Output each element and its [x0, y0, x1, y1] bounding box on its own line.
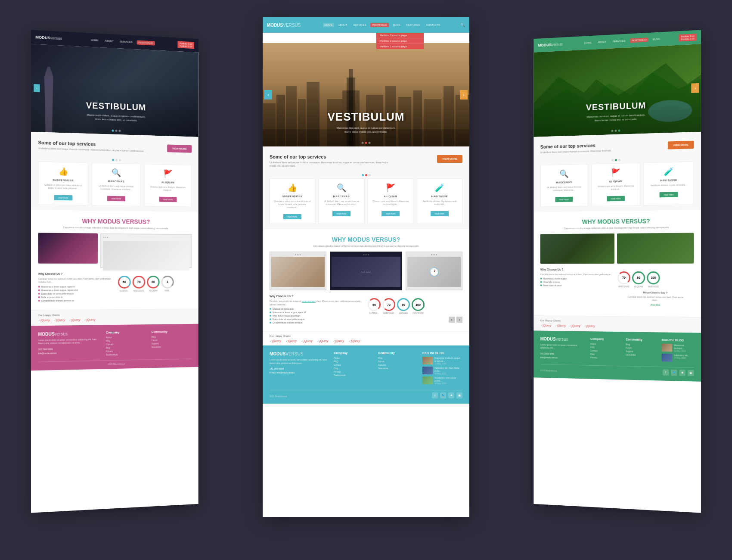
nav-home-right[interactable]: HOME [583, 40, 594, 45]
footer-link-contact-right[interactable]: Contact [590, 349, 621, 352]
testimonial-next-center[interactable]: › [456, 317, 462, 323]
footer-link-support-right[interactable]: Support [626, 350, 657, 353]
footer-link-faq-right[interactable]: FAQ [590, 346, 621, 349]
social-rss-center[interactable]: ◉ [456, 392, 462, 398]
footer-grid-right: MODUSversus Lorem ipsum dolor sit amet, … [540, 336, 694, 364]
service-icon-thumb-center: 👍 [273, 183, 311, 193]
social-fb-center[interactable]: f [432, 392, 438, 398]
social-bird-center[interactable]: 🐦 [440, 392, 446, 398]
footer-link-newsletter-center[interactable]: Newsletter [378, 367, 418, 370]
read-more-3-center[interactable]: read more [382, 211, 400, 216]
social-bird-right[interactable]: 🐦 [671, 369, 677, 376]
nav-contacts-center[interactable]: CONTACTS [424, 23, 442, 27]
read-more-4-center[interactable]: read more [431, 211, 449, 216]
nav-blog-right[interactable]: BLOG [651, 37, 662, 41]
service-icon-1-right: 🔍 [544, 168, 584, 179]
footer-link-support-center[interactable]: Support [378, 364, 418, 366]
hero-next-right[interactable]: › [691, 83, 699, 93]
nav-portfolio-center[interactable]: PORTFOLIO [370, 23, 389, 27]
client-4-center: ✓jQuery [317, 339, 329, 343]
nav-services-right[interactable]: SERVICES [611, 39, 627, 44]
client-2-right: ✓jQuery [555, 324, 566, 327]
blog-text-content-3-center: Vestibulum ante ipsum primis... [434, 376, 462, 383]
nav-home-left[interactable]: HOME [89, 38, 100, 43]
read-more-2-center[interactable]: read more [332, 211, 351, 216]
read-more-1-right[interactable]: read more [555, 196, 573, 202]
nav-portfolio-left[interactable]: PORTFOLIO [137, 40, 155, 45]
nav-items-center: HOME ABOUT SERVICES PORTFOLIO BLOG FEATU… [304, 23, 460, 27]
read-more-1-left[interactable]: read more [54, 195, 73, 200]
footer-link-forum-right[interactable]: Forum [626, 346, 657, 349]
nav-home-center[interactable]: HOME [323, 23, 334, 27]
view-more-left[interactable]: VIEW MORE [167, 144, 192, 152]
gauges-right: 70 MAECENAS 80 ALIQUAM 100 HABITASSE [617, 271, 694, 288]
dropdown-left[interactable]: Portfolio 3 colPortfolio 2 col [177, 41, 194, 49]
nav-services-left[interactable]: SERVICES [118, 39, 134, 44]
footer-link-privacy-right[interactable]: Privacy [590, 356, 621, 359]
service-card-1-left: 👍 SUSPENDISSE Quisque ut tellus quis tot… [38, 161, 88, 205]
dot-2-right [615, 130, 617, 132]
service-card-2-left: 🔍 MAECENAS Ut dleifend libero sed neque … [92, 162, 141, 206]
read-more-3-left[interactable]: read more [159, 196, 177, 202]
dropdown-item-2-center[interactable]: Portfolio 2 column page [376, 38, 424, 44]
footer-link-forum-center[interactable]: Forum [378, 360, 418, 363]
read-more-2-right[interactable]: read more [607, 196, 625, 201]
nav-blog-center[interactable]: BLOG [391, 23, 402, 27]
social-rss-right[interactable]: ◉ [688, 370, 694, 376]
hero-prev-left[interactable]: ‹ [34, 84, 40, 92]
social-fb-right[interactable]: f [663, 369, 669, 375]
read-more-3-right[interactable]: read more [659, 192, 678, 197]
footer-link-newsletter-right[interactable]: Newsletter [626, 353, 657, 356]
hero-prev-center[interactable]: ‹ [264, 90, 272, 100]
footer-link-newsletter-left[interactable]: Newsletter [151, 345, 192, 348]
why-title-left: WHY MODUS VERSUS? [38, 217, 192, 225]
footer-link-contact-left[interactable]: Contact [106, 342, 147, 346]
nav-portfolio-right[interactable]: PORTFOLIO [630, 37, 648, 43]
footer-link-forum-left[interactable]: Forum [151, 338, 192, 341]
nav-about-center[interactable]: ABOUT [337, 23, 349, 27]
why-choose-center: Why Choose Us ? Candidar quis nisl in le… [270, 295, 364, 325]
read-more-2-left[interactable]: read more [107, 196, 126, 201]
footer-link-about-center[interactable]: About [334, 357, 374, 359]
testimonial-prev-center[interactable]: ‹ [449, 317, 455, 323]
footer-company-left: Company About FAQ Contact Blog Privacy T… [106, 330, 147, 357]
why-img-frame-left [100, 233, 192, 268]
client-1-center: ✓jQuery [270, 339, 281, 343]
footer-link-support-left[interactable]: Support [151, 342, 192, 345]
footer-link-testimonials-center[interactable]: Testimonials [334, 374, 374, 376]
footer-link-contact-center[interactable]: Contact [334, 364, 374, 366]
dropdown-item-3-center[interactable]: Portfolio 1 column page [376, 44, 424, 49]
footer-link-faq-center[interactable]: FAQ [334, 360, 374, 363]
service-icon-1-left: 👍 [42, 166, 84, 177]
client-2-center: ✓jQuery [285, 339, 297, 343]
dropdown-right: Portfolio 3 colPortfolio 2 col [679, 34, 696, 41]
read-more-1-center[interactable]: read more [283, 214, 302, 219]
footer-link-privacy-left[interactable]: Privacy [106, 349, 147, 352]
footer-link-comm-blog-center[interactable]: Blog [378, 357, 418, 359]
gauge-circle-1-center: 50 [368, 298, 381, 311]
hero-next-center[interactable]: › [460, 90, 468, 100]
nav-about-right[interactable]: ABOUT [596, 40, 608, 44]
footer-link-testimonials-left[interactable]: Testimonials [106, 352, 147, 356]
view-more-right[interactable]: VIEW MORE [668, 141, 694, 149]
footer-contact-center: 182 2569 5896 e-mail: info@modu.versus [270, 367, 329, 375]
blog-item-3-center: Vestibulum ante ipsum primis... 18 May, … [422, 376, 462, 385]
gauge-label-2-right: ALIQUAM [632, 286, 645, 288]
nav-features-center[interactable]: FEATURES [405, 23, 422, 27]
footer-link-privacy-center[interactable]: Privacy [334, 370, 374, 373]
footer-link-blog-right[interactable]: Blog [590, 353, 621, 356]
footer-link-about-right[interactable]: About [590, 342, 621, 345]
dropdown-item-1-center[interactable]: Portfolio 3 column page [376, 33, 424, 38]
nav-about-left[interactable]: ABOUT [103, 38, 115, 44]
footer-link-blog-left[interactable]: Blog [106, 345, 147, 349]
footer-link-about-left[interactable]: About [106, 336, 147, 339]
social-star-center[interactable]: ★ [448, 392, 454, 398]
view-more-center[interactable]: VIEW MORE [437, 155, 462, 163]
footer-link-comm-blog-left[interactable]: Blog [151, 335, 192, 338]
social-star-right[interactable]: ★ [679, 370, 685, 376]
footer-link-faq-left[interactable]: FAQ [106, 339, 147, 342]
nav-services-center[interactable]: SERVICES [351, 23, 368, 27]
footer-link-comm-blog-right[interactable]: Blog [626, 343, 657, 346]
footer-link-blog-center[interactable]: Blog [334, 367, 374, 370]
search-icon-center[interactable]: 🔍 [460, 23, 465, 27]
